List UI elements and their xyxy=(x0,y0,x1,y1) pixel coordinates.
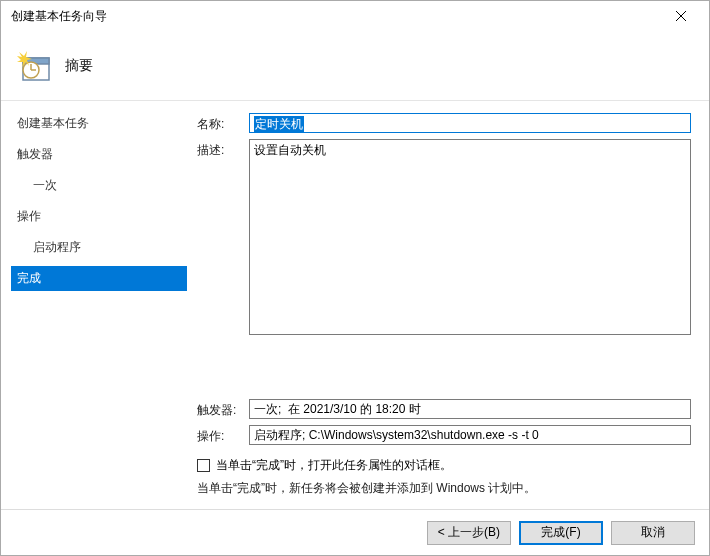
sidebar-item-finish[interactable]: 完成 xyxy=(11,266,187,291)
sidebar-item-trigger[interactable]: 触发器 xyxy=(11,142,187,167)
sidebar-item-label: 触发器 xyxy=(17,147,53,161)
name-value: 定时关机 xyxy=(254,116,304,133)
name-input[interactable]: 定时关机 xyxy=(249,113,691,133)
footer: < 上一步(B) 完成(F) 取消 xyxy=(1,509,709,555)
close-icon xyxy=(675,10,687,22)
sidebar-item-once[interactable]: 一次 xyxy=(11,173,187,198)
trigger-row: 触发器: xyxy=(197,399,691,419)
trigger-label: 触发器: xyxy=(197,399,249,419)
action-field[interactable] xyxy=(249,425,691,445)
sidebar-item-label: 创建基本任务 xyxy=(17,116,89,130)
cancel-button[interactable]: 取消 xyxy=(611,521,695,545)
sidebar-item-action[interactable]: 操作 xyxy=(11,204,187,229)
sidebar-item-start-program[interactable]: 启动程序 xyxy=(11,235,187,260)
sidebar: 创建基本任务 触发器 一次 操作 启动程序 完成 xyxy=(1,101,191,509)
header-icon xyxy=(17,48,53,84)
back-button[interactable]: < 上一步(B) xyxy=(427,521,511,545)
name-label: 名称: xyxy=(197,113,249,133)
back-button-label: < 上一步(B) xyxy=(438,524,500,541)
titlebar: 创建基本任务向导 xyxy=(1,1,709,31)
desc-input[interactable] xyxy=(249,139,691,335)
sidebar-item-create-task[interactable]: 创建基本任务 xyxy=(11,111,187,136)
open-properties-label: 当单击“完成”时，打开此任务属性的对话框。 xyxy=(216,457,452,474)
wizard-window: 创建基本任务向导 摘要 创建基本任务 xyxy=(0,0,710,556)
desc-row: 描述: xyxy=(197,139,691,338)
action-row: 操作: xyxy=(197,425,691,445)
content-panel: 名称: 定时关机 描述: 触发器: xyxy=(191,101,709,509)
close-button[interactable] xyxy=(661,2,701,30)
open-properties-row: 当单击“完成”时，打开此任务属性的对话框。 xyxy=(197,457,691,474)
calendar-clock-icon xyxy=(17,48,53,84)
sidebar-item-label: 操作 xyxy=(17,209,41,223)
cancel-button-label: 取消 xyxy=(641,524,665,541)
window-title: 创建基本任务向导 xyxy=(11,8,661,25)
wizard-header: 摘要 xyxy=(1,31,709,101)
sidebar-item-label: 启动程序 xyxy=(33,240,81,254)
sidebar-item-label: 完成 xyxy=(17,271,41,285)
page-title: 摘要 xyxy=(65,57,93,75)
action-label: 操作: xyxy=(197,425,249,445)
info-text: 当单击“完成”时，新任务将会被创建并添加到 Windows 计划中。 xyxy=(197,480,691,497)
sidebar-item-label: 一次 xyxy=(33,178,57,192)
trigger-field[interactable] xyxy=(249,399,691,419)
wizard-body: 创建基本任务 触发器 一次 操作 启动程序 完成 名称: xyxy=(1,101,709,509)
finish-button-label: 完成(F) xyxy=(541,524,580,541)
open-properties-checkbox[interactable] xyxy=(197,459,210,472)
finish-button[interactable]: 完成(F) xyxy=(519,521,603,545)
name-row: 名称: 定时关机 xyxy=(197,113,691,133)
desc-label: 描述: xyxy=(197,139,249,159)
